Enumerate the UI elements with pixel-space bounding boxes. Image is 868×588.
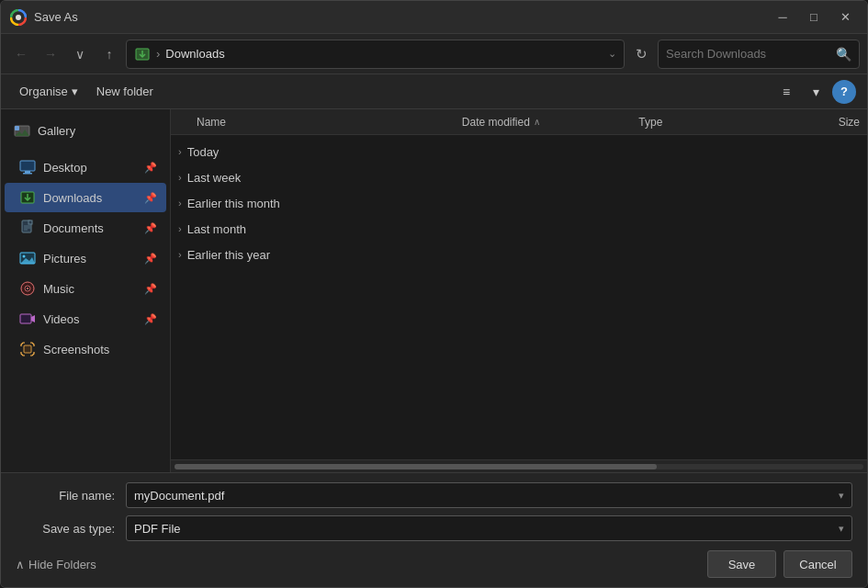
toolbar: Organise ▾ New folder ≡ ▾ ?: [1, 74, 867, 109]
group-earlier-this-month-label: Earlier this month: [187, 197, 280, 210]
sidebar-item-screenshots[interactable]: Screenshots: [5, 334, 166, 364]
sidebar-item-documents[interactable]: Documents 📌: [5, 213, 166, 243]
group-last-month[interactable]: › Last month: [171, 216, 867, 242]
view-dropdown-button[interactable]: ▾: [803, 80, 829, 104]
search-box[interactable]: 🔍: [658, 40, 860, 69]
screenshots-icon: [19, 341, 36, 357]
gallery-icon: [14, 122, 30, 139]
horizontal-scrollbar[interactable]: [171, 459, 867, 472]
group-earlier-this-month-chevron: ›: [178, 198, 182, 209]
title-bar: Save As ─ □ ✕: [1, 1, 867, 34]
address-dropdown-icon[interactable]: ⌄: [608, 48, 616, 60]
scroll-thumb: [175, 464, 657, 469]
svg-point-18: [23, 255, 26, 258]
up-button[interactable]: ↑: [96, 41, 122, 67]
organise-arrow: ▾: [72, 85, 78, 98]
hide-folders-icon: ∧: [16, 558, 25, 571]
location-icon: [134, 46, 151, 62]
cancel-button[interactable]: Cancel: [783, 550, 852, 578]
group-last-week-chevron: ›: [178, 172, 182, 183]
new-folder-button[interactable]: New folder: [89, 80, 161, 104]
svg-point-22: [27, 288, 28, 289]
svg-marker-24: [31, 315, 35, 322]
desktop-icon: [19, 159, 36, 175]
col-header-size[interactable]: Size: [772, 116, 860, 129]
group-earlier-this-year-chevron: ›: [178, 249, 182, 260]
sidebar-item-desktop-label: Desktop: [43, 161, 137, 175]
save-type-dropdown-icon: ▾: [839, 523, 844, 535]
navigation-bar: ← → ∨ ↑ › Downloads ⌄ ↻ 🔍: [1, 34, 867, 74]
minimize-button[interactable]: ─: [770, 8, 795, 27]
save-button[interactable]: Save: [707, 550, 776, 578]
save-type-label: Save as type:: [16, 522, 126, 536]
help-button[interactable]: ?: [832, 80, 856, 104]
sidebar-item-music[interactable]: Music 📌: [5, 274, 166, 303]
expand-button[interactable]: ∨: [67, 41, 93, 67]
music-pin-icon: 📌: [144, 283, 157, 295]
view-icon-button[interactable]: ≡: [773, 80, 799, 104]
file-list: Name Date modified ∧ Type Size › Toda: [171, 109, 867, 472]
group-last-week[interactable]: › Last week: [171, 164, 867, 190]
address-separator: ›: [156, 47, 160, 61]
svg-rect-5: [15, 126, 19, 130]
group-last-month-label: Last month: [187, 222, 246, 236]
address-text: Downloads: [165, 47, 603, 61]
save-type-value: PDF File: [134, 522, 839, 536]
svg-rect-25: [24, 345, 31, 353]
group-today[interactable]: › Today: [171, 139, 867, 164]
file-name-dropdown-icon: ▾: [839, 490, 844, 502]
sidebar-item-pictures[interactable]: Pictures 📌: [5, 243, 166, 273]
music-icon: [19, 280, 36, 297]
sidebar: Gallery Desktop 📌: [1, 109, 171, 472]
svg-point-1: [16, 15, 21, 20]
sidebar-item-screenshots-label: Screenshots: [43, 343, 157, 356]
group-earlier-this-month[interactable]: › Earlier this month: [171, 190, 867, 216]
back-button[interactable]: ←: [8, 41, 34, 67]
svg-rect-7: [20, 161, 35, 171]
group-today-label: Today: [187, 145, 220, 159]
organise-button[interactable]: Organise ▾: [12, 80, 85, 104]
desktop-pin-icon: 📌: [144, 162, 157, 174]
save-type-control[interactable]: PDF File ▾: [126, 515, 852, 541]
save-type-row: Save as type: PDF File ▾: [16, 515, 852, 541]
sidebar-item-gallery-label: Gallery: [38, 124, 157, 138]
column-header: Name Date modified ∧ Type Size: [171, 109, 867, 135]
sidebar-item-music-label: Music: [43, 282, 137, 296]
sidebar-item-downloads[interactable]: Downloads 📌: [5, 183, 166, 212]
hide-folders-toggle[interactable]: ∧ Hide Folders: [16, 558, 700, 571]
app-icon: [10, 9, 27, 26]
close-button[interactable]: ✕: [832, 8, 858, 27]
search-input[interactable]: [666, 47, 830, 61]
sidebar-item-documents-label: Documents: [43, 221, 137, 235]
col-header-name[interactable]: Name: [178, 116, 462, 129]
videos-icon: [19, 311, 36, 327]
col-header-type[interactable]: Type: [638, 116, 771, 129]
sidebar-item-pictures-label: Pictures: [43, 252, 137, 266]
group-earlier-this-year-label: Earlier this year: [187, 248, 270, 262]
organise-label: Organise: [19, 85, 68, 98]
hide-folders-label: Hide Folders: [28, 558, 96, 571]
col-header-date[interactable]: Date modified ∧: [462, 116, 639, 129]
dialog-title: Save As: [34, 10, 770, 24]
downloads-icon: [19, 189, 36, 206]
file-name-value: myDocument.pdf: [134, 489, 839, 503]
pictures-icon: [19, 250, 36, 266]
sort-icon: ∧: [534, 117, 540, 127]
svg-rect-8: [25, 171, 30, 173]
sidebar-item-gallery[interactable]: Gallery: [5, 116, 166, 145]
col-size-label: Size: [839, 116, 860, 129]
sidebar-item-desktop[interactable]: Desktop 📌: [5, 153, 166, 182]
file-name-control[interactable]: myDocument.pdf ▾: [126, 482, 852, 508]
address-bar[interactable]: › Downloads ⌄: [126, 40, 625, 69]
group-earlier-this-year[interactable]: › Earlier this year: [171, 242, 867, 267]
forward-button[interactable]: →: [38, 41, 63, 67]
sidebar-item-videos[interactable]: Videos 📌: [5, 304, 166, 334]
pictures-pin-icon: 📌: [144, 253, 157, 265]
group-last-week-label: Last week: [187, 171, 242, 185]
footer-buttons: ∧ Hide Folders Save Cancel: [16, 550, 852, 578]
maximize-button[interactable]: □: [801, 8, 827, 27]
sidebar-item-downloads-label: Downloads: [43, 191, 137, 205]
col-name-label: Name: [197, 116, 226, 129]
search-icon: 🔍: [836, 47, 851, 62]
refresh-button[interactable]: ↻: [628, 41, 654, 67]
